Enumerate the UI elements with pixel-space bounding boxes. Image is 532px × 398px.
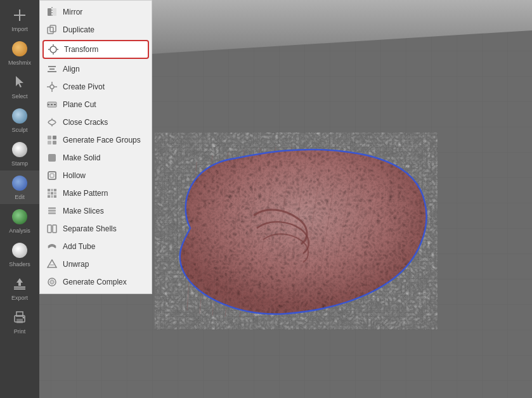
svg-rect-18 <box>14 15 25 16</box>
menu-item-make-pattern-label: Make Pattern <box>63 189 108 198</box>
menu-item-hollow[interactable]: Hollow <box>40 167 152 184</box>
sidebar-item-print[interactable]: Print <box>0 305 39 338</box>
sidebar-item-analysis[interactable]: Analysis <box>0 204 39 238</box>
menu-item-make-slices-label: Make Slices <box>63 207 104 215</box>
duplicate-icon <box>46 24 58 35</box>
select-icon <box>11 74 29 91</box>
make-solid-icon <box>46 152 58 164</box>
svg-rect-20 <box>14 286 25 288</box>
sidebar-item-import[interactable]: Import <box>0 3 39 36</box>
menu-item-add-tube-label: Add Tube <box>63 242 95 251</box>
menu-item-unwrap-label: Unwrap <box>63 260 89 269</box>
sidebar: Import Meshmix Select Sculpt Stamp <box>0 0 39 398</box>
svg-rect-38 <box>49 68 55 70</box>
svg-rect-39 <box>48 71 56 72</box>
menu-item-generate-face-groups[interactable]: Generate Face Groups <box>40 131 152 149</box>
menu-item-unwrap[interactable]: Unwrap <box>40 255 152 273</box>
svg-point-40 <box>50 85 54 89</box>
sidebar-item-meshmix-label: Meshmix <box>8 60 31 66</box>
menu-item-align-label: Align <box>63 65 80 74</box>
menu-item-transform-label: Transform <box>64 45 98 54</box>
svg-rect-21 <box>14 288 25 290</box>
unwrap-icon <box>46 259 58 270</box>
menu-item-plane-cut[interactable]: Plane Cut <box>40 96 152 113</box>
menu-item-generate-complex[interactable]: Generate Complex <box>40 273 152 291</box>
svg-point-26 <box>23 317 25 319</box>
sidebar-item-edit-label: Edit <box>15 194 25 200</box>
sidebar-item-select-label: Select <box>11 93 27 100</box>
menu-item-mirror[interactable]: Mirror <box>40 3 152 21</box>
svg-rect-51 <box>48 154 56 162</box>
svg-marker-22 <box>16 278 23 286</box>
menu-item-align[interactable]: Align <box>40 60 152 78</box>
menu-item-transform[interactable]: Transform <box>42 40 149 59</box>
separate-shells-icon <box>46 223 58 234</box>
shaders-icon <box>11 241 29 259</box>
menu-item-create-pivot[interactable]: Create Pivot <box>40 78 152 96</box>
svg-rect-59 <box>54 192 56 195</box>
svg-rect-52 <box>48 172 56 179</box>
sidebar-item-sculpt[interactable]: Sculpt <box>0 103 39 137</box>
svg-rect-48 <box>53 136 56 139</box>
hollow-icon <box>46 170 58 181</box>
menu-item-add-tube[interactable]: Add Tube <box>40 238 152 255</box>
menu-item-make-solid-label: Make Solid <box>63 153 100 162</box>
svg-rect-56 <box>54 189 56 191</box>
dropdown-menu: Mirror Duplicate Transform <box>39 0 152 294</box>
sidebar-item-select[interactable]: Select <box>0 70 39 103</box>
svg-rect-65 <box>48 212 56 214</box>
svg-rect-67 <box>53 225 56 233</box>
face-groups-icon <box>46 134 58 146</box>
svg-rect-64 <box>48 210 56 212</box>
plus-icon <box>11 6 29 24</box>
svg-marker-19 <box>16 76 23 87</box>
close-cracks-icon <box>46 117 58 128</box>
svg-rect-58 <box>51 192 53 195</box>
sidebar-item-shaders[interactable]: Shaders <box>0 238 39 271</box>
menu-item-mirror-label: Mirror <box>63 8 82 16</box>
menu-item-make-slices[interactable]: Make Slices <box>40 202 152 220</box>
svg-rect-53 <box>50 174 54 177</box>
sidebar-item-edit[interactable]: Edit <box>0 170 39 204</box>
sculpt-icon <box>11 107 29 125</box>
align-icon <box>46 63 58 75</box>
svg-rect-61 <box>51 195 53 198</box>
menu-item-duplicate-label: Duplicate <box>63 25 94 34</box>
svg-rect-60 <box>48 195 50 198</box>
svg-rect-37 <box>48 66 56 67</box>
svg-rect-50 <box>53 141 56 144</box>
3d-mesh <box>139 101 438 330</box>
menu-item-make-solid[interactable]: Make Solid <box>40 149 152 167</box>
menu-item-separate-shells[interactable]: Separate Shells <box>40 220 152 238</box>
transform-icon <box>48 44 59 55</box>
svg-rect-57 <box>48 192 50 195</box>
sidebar-item-export[interactable]: Export <box>0 271 39 305</box>
menu-item-separate-shells-label: Separate Shells <box>63 224 117 233</box>
menu-item-plane-cut-label: Plane Cut <box>63 100 96 109</box>
sidebar-item-stamp[interactable]: Stamp <box>0 137 39 170</box>
svg-rect-63 <box>48 207 56 209</box>
edit-icon <box>11 174 29 192</box>
menu-item-duplicate[interactable]: Duplicate <box>40 21 152 39</box>
pivot-icon <box>46 81 58 93</box>
make-slices-icon <box>46 205 58 217</box>
svg-marker-68 <box>48 260 56 267</box>
menu-item-make-pattern[interactable]: Make Pattern <box>40 184 152 202</box>
sidebar-item-analysis-label: Analysis <box>9 228 30 234</box>
svg-rect-66 <box>48 225 51 233</box>
analysis-icon <box>11 208 29 226</box>
svg-rect-62 <box>54 195 56 198</box>
sidebar-item-shaders-label: Shaders <box>9 261 30 267</box>
sidebar-item-print-label: Print <box>14 328 26 335</box>
sidebar-item-meshmix[interactable]: Meshmix <box>0 36 39 70</box>
menu-item-generate-face-groups-label: Generate Face Groups <box>63 136 141 144</box>
plane-cut-icon <box>46 99 58 110</box>
export-icon <box>11 275 29 293</box>
svg-rect-54 <box>48 189 50 191</box>
stamp-icon <box>11 141 29 158</box>
svg-rect-47 <box>48 136 51 139</box>
svg-rect-49 <box>48 141 51 144</box>
sidebar-item-export-label: Export <box>11 295 28 301</box>
menu-item-close-cracks[interactable]: Close Cracks <box>40 113 152 131</box>
mirror-icon <box>46 6 58 18</box>
